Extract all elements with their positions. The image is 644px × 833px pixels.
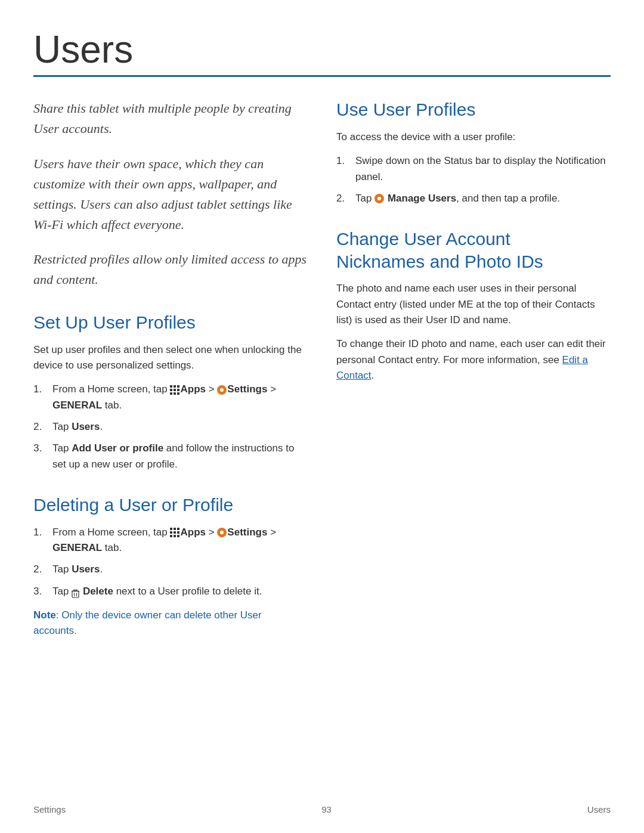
list-item: 1. From a Home screen, tap Apps > Settin… [33, 525, 308, 556]
set-up-steps: 1. From a Home screen, tap Apps > Settin… [33, 382, 308, 472]
intro-paragraph-3: Restricted profiles allow only limited a… [33, 249, 308, 290]
footer-center: 93 [321, 803, 332, 817]
intro-paragraph-2: Users have their own space, which they c… [33, 154, 308, 235]
list-item: 3. Tap Add User or profile and follow th… [33, 441, 308, 472]
footer-right: Users [587, 803, 611, 817]
delete-section: Deleting a User or Profile 1. From a Hom… [33, 494, 308, 639]
title-divider [33, 75, 611, 77]
set-up-heading: Set Up User Profiles [33, 311, 308, 334]
svg-rect-1 [74, 590, 77, 591]
manage-users-icon [374, 194, 384, 203]
change-section: Change User Account Nicknames and Photo … [336, 228, 611, 383]
two-column-layout: Share this tablet with multiple people b… [33, 98, 611, 639]
delete-heading: Deleting a User or Profile [33, 494, 308, 516]
use-profiles-heading: Use User Profiles [336, 98, 611, 121]
list-item: 3. Tap [33, 584, 308, 599]
set-up-intro: Set up user profiles and then select one… [33, 342, 308, 374]
footer-left: Settings [33, 803, 66, 817]
intro-paragraph-1: Share this tablet with multiple people b… [33, 98, 308, 139]
delete-steps: 1. From a Home screen, tap Apps > Settin… [33, 525, 308, 599]
change-para1: The photo and name each user uses in the… [336, 281, 611, 328]
list-item: 1. Swipe down on the Status bar to displ… [336, 153, 611, 185]
page-container: Users Share this tablet with multiple pe… [0, 0, 644, 675]
set-up-section: Set Up User Profiles Set up user profile… [33, 311, 308, 472]
apps-icon [170, 385, 179, 395]
change-heading: Change User Account Nicknames and Photo … [336, 228, 611, 272]
list-item: 2. Tap Manage Users, and then tap a prof… [336, 191, 611, 206]
right-column: Use User Profiles To access the device w… [336, 98, 611, 639]
settings-icon [217, 528, 227, 537]
settings-icon [217, 385, 227, 395]
change-para2: To change their ID photo and name, each … [336, 336, 611, 383]
list-item: 2. Tap Users. [33, 562, 308, 577]
page-footer: Settings 93 Users [0, 803, 644, 817]
list-item: 2. Tap Users. [33, 419, 308, 435]
note-text: Note: Only the device owner can delete o… [33, 608, 308, 639]
apps-icon [170, 528, 179, 537]
svg-rect-0 [72, 591, 79, 597]
list-item: 1. From a Home screen, tap Apps > Settin… [33, 382, 308, 413]
left-column: Share this tablet with multiple people b… [33, 98, 308, 639]
use-profiles-steps: 1. Swipe down on the Status bar to displ… [336, 153, 611, 206]
page-title: Users [33, 29, 611, 70]
trash-icon [72, 587, 79, 596]
use-profiles-section: Use User Profiles To access the device w… [336, 98, 611, 206]
use-profiles-intro: To access the device with a user profile… [336, 129, 611, 145]
